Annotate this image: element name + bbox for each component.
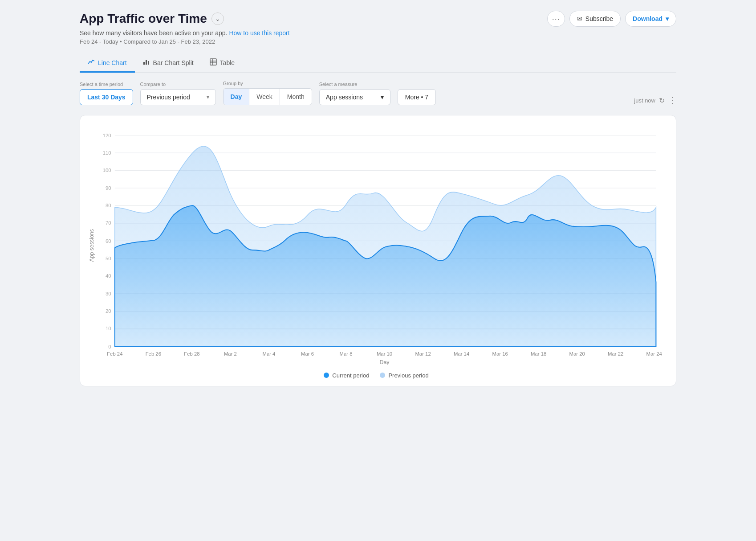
svg-text:Mar 2: Mar 2: [224, 351, 237, 357]
legend-current-dot: [324, 373, 329, 378]
tab-bar-chart-split-label: Bar Chart Split: [153, 59, 194, 66]
time-period-button[interactable]: Last 30 Days: [80, 89, 133, 105]
svg-text:30: 30: [106, 291, 111, 296]
svg-rect-2: [148, 61, 149, 65]
compare-button[interactable]: Previous period ▾: [140, 89, 216, 105]
svg-text:Mar 12: Mar 12: [415, 351, 431, 357]
download-label: Download: [633, 15, 663, 22]
legend-previous-label: Previous period: [388, 372, 428, 379]
page-title: App Traffic over Time: [80, 12, 207, 26]
more-group: More • 7: [398, 82, 436, 105]
svg-text:10: 10: [106, 326, 111, 331]
legend-current-label: Current period: [332, 372, 369, 379]
svg-text:40: 40: [106, 273, 111, 279]
chart-svg-wrapper: App sessions 0 10 20 30 40 50: [87, 126, 665, 367]
svg-text:80: 80: [106, 203, 111, 208]
how-to-use-link[interactable]: How to use this report: [229, 29, 289, 37]
date-range: Feb 24 - Today • Compared to Jan 25 - Fe…: [80, 38, 676, 45]
svg-text:90: 90: [106, 185, 111, 191]
more-spacer: [398, 82, 436, 87]
legend-current: Current period: [324, 372, 369, 379]
svg-text:70: 70: [106, 220, 111, 225]
chart-container: App sessions 0 10 20 30 40 50: [80, 115, 676, 386]
title-dropdown-icon[interactable]: ⌄: [211, 12, 224, 25]
tab-table[interactable]: Table: [202, 54, 243, 73]
title-group: App Traffic over Time ⌄: [80, 12, 224, 26]
svg-rect-0: [143, 62, 145, 65]
header-actions: ··· ✉ Subscribe Download ▾: [547, 11, 676, 27]
svg-text:50: 50: [106, 256, 111, 261]
email-icon: ✉: [577, 15, 582, 22]
svg-text:Mar 4: Mar 4: [262, 351, 275, 357]
compare-label: Compare to: [140, 82, 216, 87]
x-axis-label: Day: [380, 359, 390, 365]
controls-row: Select a time period Last 30 Days Compar…: [80, 73, 676, 111]
measure-button[interactable]: App sessions ▾: [319, 89, 390, 105]
tab-line-chart-label: Line Chart: [98, 59, 127, 66]
svg-text:110: 110: [103, 150, 111, 156]
group-by-day-button[interactable]: Day: [224, 89, 250, 105]
group-by-week-button[interactable]: Week: [249, 89, 280, 105]
svg-text:20: 20: [106, 308, 111, 314]
tabs-row: Line Chart Bar Chart Split: [80, 54, 676, 73]
svg-text:Mar 10: Mar 10: [377, 351, 392, 357]
bar-chart-icon: [143, 58, 150, 67]
legend-row: Current period Previous period: [87, 372, 665, 379]
time-period-label: Select a time period: [80, 82, 133, 87]
svg-text:Mar 20: Mar 20: [569, 351, 585, 357]
line-chart-icon: [88, 58, 95, 67]
compare-group: Compare to Previous period ▾: [140, 82, 216, 105]
svg-rect-3: [210, 59, 216, 65]
refresh-row: just now ↻ ⋮: [634, 95, 676, 105]
group-by-label: Group by: [223, 81, 312, 86]
svg-text:Feb 28: Feb 28: [184, 351, 199, 357]
svg-text:Feb 24: Feb 24: [107, 351, 122, 357]
svg-text:Mar 16: Mar 16: [492, 351, 508, 357]
subtitle: See how many visitors have been active o…: [80, 29, 676, 37]
legend-previous-dot: [380, 373, 385, 378]
tab-table-label: Table: [220, 59, 235, 66]
svg-text:Mar 22: Mar 22: [608, 351, 623, 357]
measure-chevron-icon: ▾: [381, 94, 384, 101]
measure-value: App sessions: [326, 94, 363, 101]
measure-group: Select a measure App sessions ▾: [319, 82, 390, 105]
download-chevron-icon: ▾: [666, 15, 669, 22]
legend-previous: Previous period: [380, 372, 428, 379]
svg-text:100: 100: [103, 168, 111, 173]
chart-options-icon[interactable]: ⋮: [668, 95, 676, 105]
svg-text:Mar 14: Mar 14: [454, 351, 469, 357]
x-axis-labels: Feb 24 Feb 26 Feb 28 Mar 2 Mar 4 Mar 6 M…: [107, 351, 662, 357]
group-by-group: Group by Day Week Month: [223, 81, 312, 105]
tab-bar-chart-split[interactable]: Bar Chart Split: [135, 54, 202, 73]
refresh-time: just now: [634, 97, 655, 104]
subscribe-label: Subscribe: [585, 15, 613, 22]
page-container: App Traffic over Time ⌄ ··· ✉ Subscribe …: [80, 11, 676, 386]
table-icon: [210, 58, 217, 67]
svg-text:Mar 6: Mar 6: [301, 351, 314, 357]
compare-value: Previous period: [147, 94, 190, 101]
header-row: App Traffic over Time ⌄ ··· ✉ Subscribe …: [80, 11, 676, 27]
group-by-month-button[interactable]: Month: [280, 89, 312, 105]
y-axis-label: App sessions: [89, 229, 95, 262]
svg-text:60: 60: [106, 238, 111, 244]
subscribe-button[interactable]: ✉ Subscribe: [569, 11, 621, 27]
svg-text:Feb 26: Feb 26: [146, 351, 161, 357]
svg-text:Mar 24: Mar 24: [646, 351, 662, 357]
time-period-group: Select a time period Last 30 Days: [80, 82, 133, 105]
compare-chevron-icon: ▾: [207, 94, 209, 100]
refresh-icon[interactable]: ↻: [659, 96, 665, 105]
more-options-button[interactable]: ···: [547, 11, 565, 27]
svg-text:0: 0: [108, 344, 111, 349]
group-by-buttons: Day Week Month: [223, 88, 312, 105]
download-button[interactable]: Download ▾: [625, 11, 676, 27]
chart-svg: App sessions 0 10 20 30 40 50: [87, 126, 665, 365]
svg-rect-1: [146, 60, 147, 65]
svg-text:Mar 8: Mar 8: [340, 351, 353, 357]
measure-label: Select a measure: [319, 82, 390, 87]
tab-line-chart[interactable]: Line Chart: [80, 54, 135, 73]
svg-text:120: 120: [103, 133, 111, 138]
more-button[interactable]: More • 7: [398, 89, 436, 105]
subtitle-text: See how many visitors have been active o…: [80, 29, 228, 37]
svg-text:Mar 18: Mar 18: [531, 351, 546, 357]
